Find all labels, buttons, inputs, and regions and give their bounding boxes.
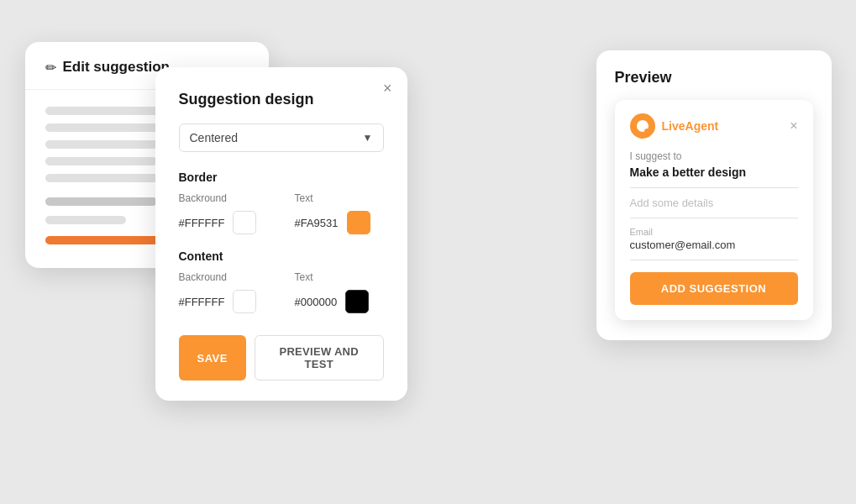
chevron-down-icon: ▼: [363, 132, 373, 144]
skeleton-divider: [45, 197, 157, 206]
border-bg-hex: #FFFFFF: [179, 217, 225, 229]
logo-text: LiveAgent: [662, 119, 719, 133]
action-buttons: SAVE PREVIEW AND TEST: [179, 335, 384, 381]
details-placeholder[interactable]: Add some details: [630, 197, 798, 218]
content-section-label: Content: [179, 249, 384, 263]
content-bg-col: Backround #FFFFFF: [179, 271, 268, 313]
border-bg-col: Backround #FFFFFF: [179, 192, 268, 234]
border-bg-swatch[interactable]: [233, 211, 256, 234]
border-color-row: Backround #FFFFFF Text #FA9531: [179, 192, 384, 234]
card-suggestion-design: × Suggestion design Centered ▼ Border Ba…: [155, 67, 407, 401]
suggestion-design-title: Suggestion design: [179, 91, 384, 108]
border-text-col: Text #FA9531: [295, 192, 384, 234]
content-bg-label: Backround: [179, 271, 268, 283]
content-text-label: Text: [295, 271, 384, 283]
save-button[interactable]: SAVE: [179, 335, 246, 381]
content-color-row: Backround #FFFFFF Text #000000: [179, 271, 384, 313]
content-text-swatch[interactable]: [345, 290, 369, 313]
border-text-field: #FA9531: [295, 211, 384, 234]
border-text-swatch[interactable]: [347, 211, 370, 234]
content-text-field: #000000: [295, 290, 384, 313]
logo-live: Live: [662, 119, 685, 133]
email-label: Email: [630, 227, 798, 237]
border-bg-field: #FFFFFF: [179, 211, 268, 234]
liveagent-widget: LiveAgent × I suggest to Make a better d…: [615, 100, 813, 320]
preview-title: Preview: [615, 69, 813, 87]
skeleton-line-4: [45, 157, 157, 165]
border-text-label: Text: [295, 192, 384, 204]
widget-logo: LiveAgent: [630, 113, 719, 139]
scene: ✏ Edit suggestion × Suggestion design Ce…: [25, 25, 832, 479]
widget-close-button[interactable]: ×: [790, 118, 797, 134]
layout-dropdown[interactable]: Centered ▼: [179, 123, 384, 152]
content-bg-field: #FFFFFF: [179, 290, 268, 313]
skeleton-orange-bar: [45, 236, 167, 244]
edit-suggestion-title: Edit suggestion: [63, 59, 171, 76]
close-button[interactable]: ×: [383, 81, 392, 96]
skeleton-line-6: [45, 216, 127, 224]
suggest-value: Make a better design: [630, 165, 798, 188]
preview-and-test-button[interactable]: PREVIEW AND TEST: [255, 335, 384, 381]
content-bg-hex: #FFFFFF: [179, 296, 225, 308]
email-value: customer@email.com: [630, 239, 798, 260]
widget-header: LiveAgent ×: [630, 113, 798, 139]
content-bg-swatch[interactable]: [233, 290, 256, 313]
content-text-hex: #000000: [295, 296, 338, 308]
border-bg-label: Backround: [179, 192, 268, 204]
border-section-label: Border: [179, 171, 384, 184]
card-preview: Preview LiveAgent × I suggest to Make a …: [596, 50, 832, 340]
pencil-icon: ✏: [45, 60, 56, 76]
logo-agent: Agent: [685, 119, 719, 133]
content-text-col: Text #000000: [295, 271, 384, 313]
logo-bubble-inner: [637, 120, 649, 132]
border-text-hex: #FA9531: [295, 217, 339, 229]
logo-bubble: [630, 113, 655, 139]
suggest-label: I suggest to: [630, 150, 798, 162]
add-suggestion-button[interactable]: ADD SUGGESTION: [630, 272, 798, 305]
dropdown-label: Centered: [190, 131, 363, 144]
